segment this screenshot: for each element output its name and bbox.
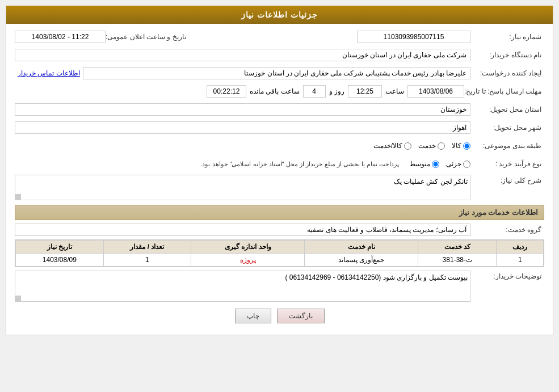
th-quantity: تعداد / مقدار: [103, 241, 191, 254]
announce-label: تاریخ و ساعت اعلان عمومی:: [106, 33, 189, 41]
need-description-text: تانکر لجن کش عملیات یک: [394, 178, 468, 186]
category-label-khadamat: خدمت: [418, 142, 436, 150]
service-group-value: آب رسانی؛ مدیریت پسماند، فاضلاب و فعالیت…: [15, 224, 470, 236]
response-time-label: ساعت: [382, 86, 407, 97]
buyer-description-value: پیوست تکمیل و بارگزاری شود (06134142250 …: [15, 271, 470, 302]
th-date: تاریخ نیاز: [16, 241, 104, 254]
process-option-jozi: جزئی: [446, 160, 470, 168]
process-label-jozi: جزئی: [446, 160, 461, 168]
resize-handle: [15, 194, 21, 200]
contact-link[interactable]: اطلاعات تماس خریدار: [18, 69, 80, 77]
cell-code: ت-38-381: [418, 254, 497, 267]
print-button[interactable]: چاپ: [235, 309, 271, 323]
need-number-value: 1103093985007115: [357, 31, 470, 43]
buyer-description-wrapper: پیوست تکمیل و بارگزاری شود (06134142250 …: [15, 271, 470, 302]
th-unit: واحد اندازه گیری: [191, 241, 305, 254]
response-remaining: 00:22:12: [207, 85, 246, 98]
category-radio-both[interactable]: [404, 142, 411, 150]
category-option-both: کالا/خدمت: [373, 142, 411, 150]
content-area: شماره نیاز: 1103093985007115 تاریخ و ساع…: [6, 24, 553, 335]
buyer-station-value: شرکت ملی حفاری ایران در استان خوزستان: [15, 49, 470, 61]
row-process: نوع فرآیند خرید : جزئی متوسط پرداخت تمام…: [15, 157, 544, 171]
page-header: جزئیات اطلاعات نیاز: [6, 6, 553, 24]
services-table: ردیف کد خدمت نام خدمت واحد اندازه گیری ت…: [15, 240, 544, 267]
row-province: استان محل تحویل: خوزستان: [15, 102, 544, 117]
service-group-label: گروه خدمت:: [470, 226, 544, 234]
buyer-station-label: نام دستگاه خریدار:: [470, 51, 544, 59]
table-row: 1 ت-38-381 جمع‌آوری پسماند پروژه 1 1403/…: [16, 254, 544, 267]
page-title: جزئیات اطلاعات نیاز: [241, 10, 318, 19]
province-value: خوزستان: [15, 103, 470, 116]
row-response-deadline: مهلت ارسال پاسخ: تا تاریخ: 1403/08/06 سا…: [15, 84, 544, 99]
category-label-both: کالا/خدمت: [373, 142, 402, 150]
th-name: نام خدمت: [305, 241, 418, 254]
cell-name: جمع‌آوری پسماند: [305, 254, 418, 267]
creator-label: ایجاد کننده درخواست:: [470, 69, 544, 77]
process-label: نوع فرآیند خرید :: [470, 160, 544, 168]
services-section-header: اطلاعات خدمات مورد نیاز: [15, 205, 544, 220]
process-radio-motevaset[interactable]: [432, 161, 439, 168]
response-days-label: روز و: [326, 86, 348, 97]
buyer-description-text: پیوست تکمیل و بارگزاری شود (06134142250 …: [285, 273, 468, 281]
row-buyer-station: نام دستگاه خریدار: شرکت ملی حفاری ایران …: [15, 48, 544, 62]
row-category: طبقه بندی موضوعی: کالا خدمت کالا/خدمت: [15, 138, 544, 153]
row-need-number: شماره نیاز: 1103093985007115 تاریخ و ساع…: [15, 29, 544, 44]
response-remaining-label: ساعت باقی مانده: [246, 86, 303, 97]
city-value: اهواز: [15, 121, 470, 134]
response-date: 1403/08/06: [407, 85, 464, 98]
city-label: شهر محل تحویل:: [470, 124, 544, 132]
th-row: ردیف: [497, 241, 544, 254]
need-description-label: شرح کلی نیاز:: [470, 175, 544, 184]
process-option-motevaset: متوسط: [409, 160, 439, 168]
process-description: پرداخت تمام یا بخشی از مبلغ خریدار از مح…: [197, 159, 402, 170]
category-option-khadamat: خدمت: [418, 142, 445, 150]
row-buyer-description: توضیحات خریدار: پیوست تکمیل و بارگزاری ش…: [15, 271, 544, 302]
row-creator: ایجاد کننده درخواست: علیرضا بهادر رئیس خ…: [15, 66, 544, 81]
category-option-kala: کالا: [452, 142, 470, 150]
category-label: طبقه بندی موضوعی:: [470, 142, 544, 150]
response-days: 4: [303, 85, 326, 98]
process-radio-jozi[interactable]: [463, 161, 470, 168]
response-time: 12:25: [348, 85, 382, 98]
buyer-description-label: توضیحات خریدار:: [470, 271, 544, 280]
category-radio-kala[interactable]: [463, 142, 470, 150]
th-code: کد خدمت: [418, 241, 497, 254]
main-card: جزئیات اطلاعات نیاز شماره نیاز: 11030939…: [6, 6, 553, 335]
resize-handle-2: [15, 296, 21, 301]
need-description-wrapper: تانکر لجن کش عملیات یک: [15, 175, 470, 200]
cell-row: 1: [497, 254, 544, 267]
cell-unit[interactable]: پروژه: [191, 254, 305, 267]
category-label-kala: کالا: [452, 142, 461, 150]
category-radio-group: کالا خدمت کالا/خدمت: [15, 142, 470, 150]
need-number-label: شماره نیاز:: [470, 33, 544, 41]
process-label-motevaset: متوسط: [409, 160, 430, 168]
province-label: استان محل تحویل:: [470, 106, 544, 113]
creator-value: علیرضا بهادر رئیس خدمات پشتیبانی شرکت مل…: [83, 67, 470, 79]
cell-date: 1403/08/09: [16, 254, 104, 267]
category-radio-khadamat[interactable]: [438, 142, 445, 150]
buttons-row: بازگشت چاپ: [15, 309, 544, 329]
row-service-group: گروه خدمت: آب رسانی؛ مدیریت پسماند، فاضل…: [15, 224, 544, 236]
page-container: جزئیات اطلاعات نیاز شماره نیاز: 11030939…: [0, 0, 559, 392]
announce-value: 1403/08/02 - 11:22: [15, 31, 106, 43]
services-section-title: اطلاعات خدمات مورد نیاز: [459, 208, 538, 217]
row-need-description: شرح کلی نیاز: تانکر لجن کش عملیات یک: [15, 175, 544, 200]
back-button[interactable]: بازگشت: [277, 309, 325, 323]
process-radio-group: جزئی متوسط پرداخت تمام یا بخشی از مبلغ خ…: [15, 159, 470, 170]
response-deadline-label: مهلت ارسال پاسخ: تا تاریخ:: [464, 87, 544, 95]
need-description-value: تانکر لجن کش عملیات یک: [15, 175, 470, 200]
row-city: شهر محل تحویل: اهواز: [15, 120, 544, 135]
services-table-container: ردیف کد خدمت نام خدمت واحد اندازه گیری ت…: [15, 239, 544, 267]
table-header-row: ردیف کد خدمت نام خدمت واحد اندازه گیری ت…: [16, 241, 544, 254]
cell-quantity: 1: [103, 254, 191, 267]
